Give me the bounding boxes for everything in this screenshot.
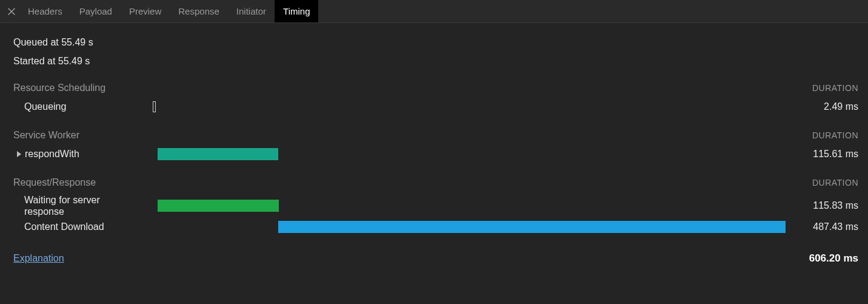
timing-section: Service WorkerDURATIONrespondWith115.61 … [13,130,858,163]
timing-row-value: 115.61 ms [786,149,858,160]
explanation-link[interactable]: Explanation [13,253,64,264]
timing-bar [158,148,278,160]
timing-bar-track [153,148,786,160]
timing-bar [158,200,278,212]
tab-timing[interactable]: Timing [275,0,318,22]
section-header: Request/ResponseDURATION [13,177,858,188]
started-at-text: Started at 55.49 s [13,55,858,68]
tab-response[interactable]: Response [170,0,228,22]
tab-preview[interactable]: Preview [121,0,170,22]
duration-heading: DURATION [812,83,858,93]
close-icon[interactable] [4,0,19,22]
timing-row-value: 115.83 ms [786,200,858,211]
timing-panel: Queued at 55.49 s Started at 55.49 s Res… [0,23,868,271]
timing-row-label-text: Waiting for server response [24,194,141,217]
timing-bar-track [153,101,786,113]
queued-at-text: Queued at 55.49 s [13,36,858,49]
timing-row-label[interactable]: respondWith [13,148,153,160]
timing-row-label: Waiting for server response [13,194,153,217]
section-title: Request/Response [13,177,96,188]
tab-payload[interactable]: Payload [71,0,121,22]
section-title: Service Worker [13,130,79,141]
total-duration: 606.20 ms [809,252,858,265]
timing-section: Resource SchedulingDURATIONQueueing2.49 … [13,83,858,115]
timing-row: Content Download487.43 ms [13,218,858,235]
section-title: Resource Scheduling [13,83,105,93]
timing-bar [278,221,786,233]
timing-row: Waiting for server response115.83 ms [13,193,858,218]
tab-initiator[interactable]: Initiator [228,0,275,22]
timing-footer: Explanation 606.20 ms [13,252,858,265]
disclosure-triangle-icon[interactable] [17,151,21,157]
timing-row: Queueing2.49 ms [13,98,858,115]
section-header: Service WorkerDURATION [13,130,858,141]
timing-row-label: Content Download [13,221,153,232]
duration-heading: DURATION [812,178,858,187]
timing-bar [153,101,156,112]
timing-row-value: 2.49 ms [786,101,858,112]
timing-row-value: 487.43 ms [786,221,858,232]
tab-headers[interactable]: Headers [19,0,71,22]
duration-heading: DURATION [812,130,858,140]
timing-row-label-text: Content Download [24,221,104,232]
timing-bar-track [153,200,786,212]
timing-bar-track [153,221,786,233]
section-header: Resource SchedulingDURATION [13,83,858,93]
timing-row-label-text: respondWith [25,148,79,160]
timing-section: Request/ResponseDURATIONWaiting for serv… [13,177,858,235]
timing-row: respondWith115.61 ms [13,146,858,163]
timing-row-label-text: Queueing [24,101,66,112]
tabstrip: HeadersPayloadPreviewResponseInitiatorTi… [0,0,868,23]
timing-row-label: Queueing [13,101,153,112]
